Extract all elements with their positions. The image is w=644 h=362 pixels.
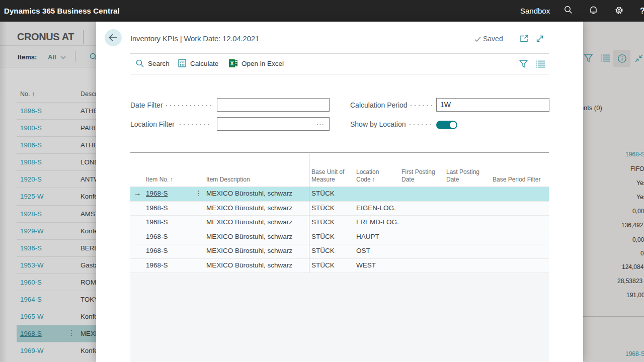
date-filter-leader: [166, 105, 212, 106]
cell-item-no[interactable]: 1968-S: [146, 218, 168, 226]
cell-item-no[interactable]: 1968-S: [146, 233, 168, 240]
filter-icon[interactable]: [519, 60, 528, 68]
environment-label[interactable]: Sandbox: [520, 0, 550, 22]
open-in-window-icon[interactable]: [520, 35, 528, 42]
bell-icon[interactable]: [589, 6, 598, 15]
location-filter-leader: [180, 124, 212, 125]
cell-item-no[interactable]: 1968-S: [146, 204, 168, 212]
kpi-table-row[interactable]: 1968-S ⋮ MEXICO Bürostuhl, schwarz STÜCK…: [130, 230, 549, 245]
cell-base-unit[interactable]: STÜCK: [311, 204, 335, 212]
calculation-period-label: Calculation Period: [350, 101, 408, 109]
cell-item-description[interactable]: MEXICO Bürostuhl, schwarz: [206, 247, 292, 254]
cell-location-code[interactable]: EIGEN-LOG.: [356, 204, 396, 212]
top-navigation-bar: Dynamics 365 Business Central Sandbox ?: [0, 0, 644, 22]
calculate-action[interactable]: Calculate: [178, 54, 218, 74]
kpi-table-row[interactable]: 1968-S ⋮ MEXICO Bürostuhl, schwarz STÜCK…: [130, 244, 549, 259]
cell-location-code[interactable]: FREMD-LOG.: [356, 218, 399, 226]
list-icon[interactable]: [536, 60, 545, 68]
show-by-location-label: Show by Location: [350, 120, 406, 128]
dialog-toolbar: Search Calculate XOpen in Excel: [130, 54, 549, 74]
cell-item-no[interactable]: 1968-S: [146, 247, 168, 254]
location-filter-input[interactable]: [217, 117, 330, 131]
location-filter-assist-button[interactable]: ...: [316, 117, 329, 129]
cell-base-unit[interactable]: STÜCK: [311, 261, 335, 269]
header-base-unit[interactable]: Base Unit of Measure: [311, 168, 352, 184]
column-divider: [203, 216, 203, 230]
column-divider: [203, 259, 203, 273]
kpi-table-row[interactable]: 1968-S ⋮ MEXICO Bürostuhl, schwarz STÜCK…: [130, 202, 549, 216]
inventory-kpis-dialog: Inventory KPIs | Work Date: 12.04.2021 S…: [96, 22, 583, 362]
search-action[interactable]: Search: [136, 54, 170, 74]
column-divider: [203, 202, 203, 216]
svg-text:X: X: [230, 61, 234, 66]
header-last-posting-date[interactable]: Last Posting Date: [446, 168, 487, 184]
calculation-period-input[interactable]: 1W: [436, 98, 549, 112]
help-icon[interactable]: ?: [640, 0, 644, 22]
search-icon: [136, 59, 144, 67]
kpi-table-rows: → 1968-S ⋮ MEXICO Bürostuhl, schwarz STÜ…: [130, 187, 549, 273]
app-title[interactable]: Dynamics 365 Business Central: [4, 0, 120, 22]
back-arrow-icon: [109, 33, 118, 42]
dialog-title: Inventory KPIs | Work Date: 12.04.2021: [130, 34, 259, 43]
header-location-code[interactable]: Location Code ↑: [356, 168, 391, 184]
location-filter-label: Location Filter: [130, 120, 175, 128]
header-item-no[interactable]: Item No. ↑: [146, 176, 173, 184]
cell-location-code[interactable]: WEST: [356, 261, 376, 269]
cell-location-code[interactable]: OST: [356, 247, 370, 254]
cell-item-description[interactable]: MEXICO Bürostuhl, schwarz: [206, 218, 292, 226]
kpi-table: Item No. ↑ Item Description Base Unit of…: [130, 152, 549, 273]
toggle-knob: [450, 122, 456, 128]
column-divider: [203, 244, 203, 258]
open-in-excel-action[interactable]: XOpen in Excel: [229, 54, 284, 74]
cell-item-no[interactable]: 1968-S: [146, 261, 168, 269]
check-icon: [474, 36, 481, 42]
show-by-location-leader: [410, 124, 432, 125]
column-divider: [203, 230, 203, 244]
cell-location-code[interactable]: HAUPT: [356, 233, 379, 240]
cell-base-unit[interactable]: STÜCK: [311, 190, 335, 197]
kpi-table-empty-area: [130, 273, 549, 362]
excel-icon: X: [229, 59, 237, 67]
header-base-period-filter[interactable]: Base Period Filter: [493, 176, 553, 184]
show-by-location-toggle[interactable]: [436, 121, 457, 129]
calculation-period-leader: [411, 105, 432, 106]
cell-base-unit[interactable]: STÜCK: [311, 247, 335, 254]
toolbar-separator: [130, 74, 549, 74]
kpi-table-row[interactable]: 1968-S ⋮ MEXICO Bürostuhl, schwarz STÜCK…: [130, 259, 549, 274]
header-item-description[interactable]: Item Description: [206, 176, 250, 184]
search-icon[interactable]: [564, 6, 573, 14]
kpi-table-header: Item No. ↑ Item Description Base Unit of…: [130, 152, 549, 187]
gear-icon[interactable]: [614, 6, 624, 15]
save-status: Saved: [474, 35, 503, 43]
cell-base-unit[interactable]: STÜCK: [311, 218, 335, 226]
cell-item-description[interactable]: MEXICO Bürostuhl, schwarz: [206, 233, 292, 240]
kpi-table-row[interactable]: → 1968-S ⋮ MEXICO Bürostuhl, schwarz STÜ…: [130, 187, 549, 202]
calculator-icon: [178, 59, 186, 67]
expand-icon[interactable]: [536, 35, 544, 43]
back-button[interactable]: [105, 29, 122, 46]
date-filter-input[interactable]: [217, 98, 330, 112]
date-filter-label: Date Filter: [130, 101, 163, 109]
cell-item-no[interactable]: 1968-S: [146, 190, 168, 197]
header-first-posting-date[interactable]: First Posting Date: [401, 168, 442, 184]
cell-base-unit[interactable]: STÜCK: [311, 233, 335, 240]
cell-item-description[interactable]: MEXICO Bürostuhl, schwarz: [206, 204, 292, 212]
row-menu-icon[interactable]: ⋮: [195, 189, 202, 197]
frozen-pane-divider: [309, 152, 309, 273]
row-indicator-icon: →: [130, 189, 144, 197]
kpi-table-row[interactable]: 1968-S ⋮ MEXICO Bürostuhl, schwarz STÜCK…: [130, 216, 549, 230]
cell-item-description[interactable]: MEXICO Bürostuhl, schwarz: [206, 261, 292, 269]
cell-item-description[interactable]: MEXICO Bürostuhl, schwarz: [206, 190, 292, 197]
